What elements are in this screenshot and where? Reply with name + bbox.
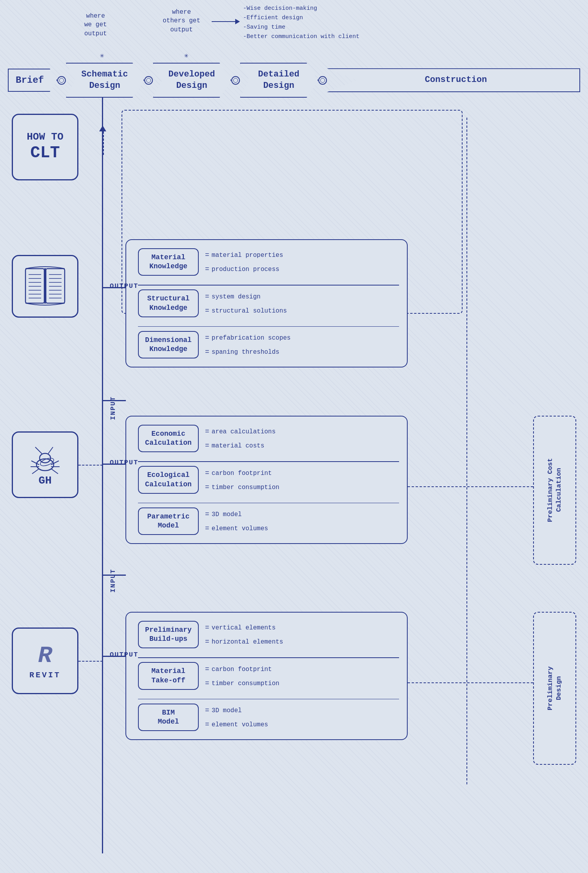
material-knowledge-outputs: =material properties =production process — [205, 248, 283, 276]
up-arrow — [99, 125, 106, 155]
bim-model-label: BIMModel — [138, 704, 199, 731]
workflow-row: Brief SchematicDesign DevelopedDesign De… — [8, 63, 580, 98]
revit-item-3: BIMModel =3D model =element volumes — [138, 703, 399, 731]
calc-item-1: EconomicCalculation =area calculations =… — [138, 424, 399, 453]
preliminary-buildups-outputs: =vertical elements =horizontal elements — [205, 620, 283, 649]
connector-4 — [318, 76, 327, 85]
calc-item-2: EcologicalCalculation =carbon footprint … — [138, 466, 399, 494]
connector-3 — [231, 76, 240, 85]
output-label-1: OUTPUT — [110, 282, 138, 290]
where-others-label: where others get output — [163, 8, 200, 34]
arrow-head — [235, 19, 240, 24]
bim-model-outputs: =3D model =element volumes — [205, 703, 268, 731]
ecological-calc-outputs: =carbon footprint =timber consumption — [205, 466, 279, 494]
material-takeoff-outputs: =carbon footprint =timber consumption — [205, 662, 279, 690]
h-conn-gh — [78, 465, 103, 466]
h-conn-input-2 — [102, 575, 126, 576]
preliminary-buildups-label: PreliminaryBuild-ups — [138, 621, 199, 649]
material-knowledge-label: MaterialKnowledge — [138, 248, 199, 276]
svg-line-25 — [32, 469, 39, 474]
preliminary-design-box: Preliminary Design — [533, 612, 576, 765]
revit-label: REVIT — [29, 671, 61, 680]
preliminary-cost-text: Preliminary Cost Calculation — [546, 458, 563, 522]
book-svg — [22, 265, 69, 308]
h-conn-1 — [102, 287, 126, 288]
knowledge-item-1: MaterialKnowledge =material properties =… — [138, 248, 399, 276]
benefits-box: -Wise decision-making -Efficient design … — [243, 4, 359, 42]
vertical-line — [102, 78, 103, 853]
sep-3 — [138, 461, 399, 462]
how-to-line2: CLT — [30, 143, 60, 163]
parametric-model-label: ParametricModel — [138, 507, 199, 535]
dashed-h-line-2 — [408, 682, 533, 683]
structural-knowledge-outputs: =system design =structural solutions — [205, 289, 287, 318]
how-to-line1: HOW TO — [27, 131, 64, 143]
structural-knowledge-label: StructuralKnowledge — [138, 289, 199, 317]
sep-1 — [138, 285, 399, 286]
h-conn-revit — [78, 661, 103, 662]
calc-group: EconomicCalculation =area calculations =… — [125, 416, 408, 544]
connector-2 — [144, 76, 153, 85]
grasshopper-svg — [27, 443, 63, 478]
knowledge-item-3: DimensionalKnowledge =prefabrication sco… — [138, 331, 399, 359]
stage-brief: Brief — [8, 69, 57, 92]
sep-4 — [138, 503, 399, 504]
output-label-3: OUTPUT — [110, 651, 138, 658]
revit-icon-box: R REVIT — [12, 627, 78, 694]
revit-item-1: PreliminaryBuild-ups =vertical elements … — [138, 620, 399, 649]
benefits-arrow — [212, 19, 240, 24]
material-takeoff-label: MaterialTake-off — [138, 662, 199, 690]
book-icon-box — [12, 255, 78, 318]
dashed-h-line-1 — [408, 486, 533, 487]
asterisk-1: ✳ — [100, 51, 104, 60]
dashed-right-line — [466, 118, 467, 784]
knowledge-group: MaterialKnowledge =material properties =… — [125, 239, 408, 367]
economic-calc-label: EconomicCalculation — [138, 425, 199, 453]
where-we-label: where we get output — [84, 12, 107, 38]
h-conn-input-1 — [102, 400, 126, 401]
sep-2 — [138, 326, 399, 327]
calc-item-3: ParametricModel =3D model =element volum… — [138, 507, 399, 535]
revit-item-2: MaterialTake-off =carbon footprint =timb… — [138, 662, 399, 690]
h-conn-2 — [102, 464, 126, 465]
parametric-model-outputs: =3D model =element volumes — [205, 507, 268, 535]
how-to-clt-box: HOW TO CLT — [12, 114, 78, 180]
benefits-text: -Wise decision-making -Efficient design … — [243, 5, 359, 40]
gh-icon-box: GH — [12, 431, 78, 498]
gh-label: GH — [38, 475, 52, 487]
stage-schematic: SchematicDesign — [66, 63, 144, 98]
connector-1 — [57, 76, 66, 85]
sep-5 — [138, 657, 399, 658]
svg-line-22 — [48, 447, 53, 454]
revit-group: PreliminaryBuild-ups =vertical elements … — [125, 612, 408, 740]
stage-detailed: DetailedDesign — [240, 63, 318, 98]
output-label-2: OUTPUT — [110, 459, 138, 466]
knowledge-item-2: StructuralKnowledge =system design =stru… — [138, 289, 399, 318]
preliminary-design-text: Preliminary Design — [546, 666, 563, 710]
stage-construction: Construction — [327, 68, 580, 92]
preliminary-cost-box: Preliminary Cost Calculation — [533, 416, 576, 565]
main-container: -Wise decision-making -Efficient design … — [0, 0, 588, 873]
economic-calc-outputs: =area calculations =material costs — [205, 424, 276, 453]
svg-line-21 — [35, 447, 42, 454]
arrow-line — [212, 21, 235, 22]
svg-line-28 — [51, 469, 58, 474]
input-label-2: INPUT — [109, 569, 117, 593]
stage-developed: DevelopedDesign — [153, 63, 231, 98]
ecological-calc-label: EcologicalCalculation — [138, 466, 199, 494]
asterisk-2: ✳ — [184, 51, 189, 60]
h-conn-3 — [102, 656, 126, 657]
dimensional-knowledge-outputs: =prefabrication scopes =spaning threshol… — [205, 331, 290, 359]
sep-6 — [138, 699, 399, 700]
dimensional-knowledge-label: DimensionalKnowledge — [138, 331, 199, 359]
revit-r-icon: R — [38, 642, 52, 669]
